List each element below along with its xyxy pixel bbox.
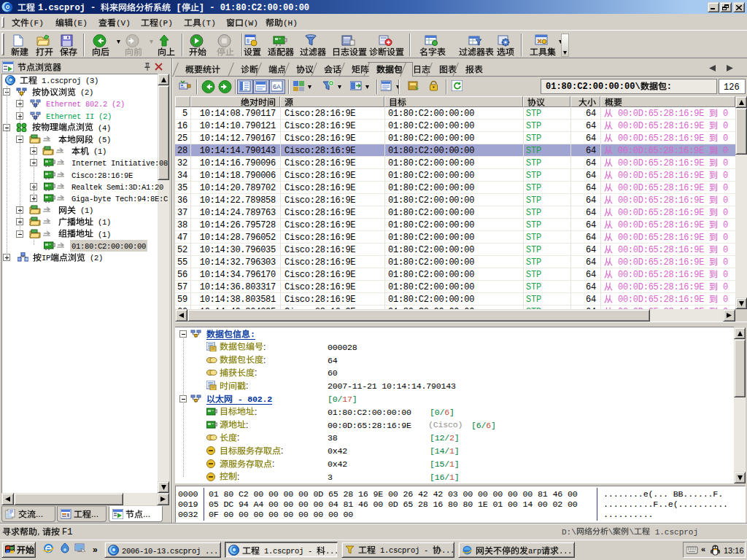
svg-text:6A: 6A xyxy=(273,83,281,90)
